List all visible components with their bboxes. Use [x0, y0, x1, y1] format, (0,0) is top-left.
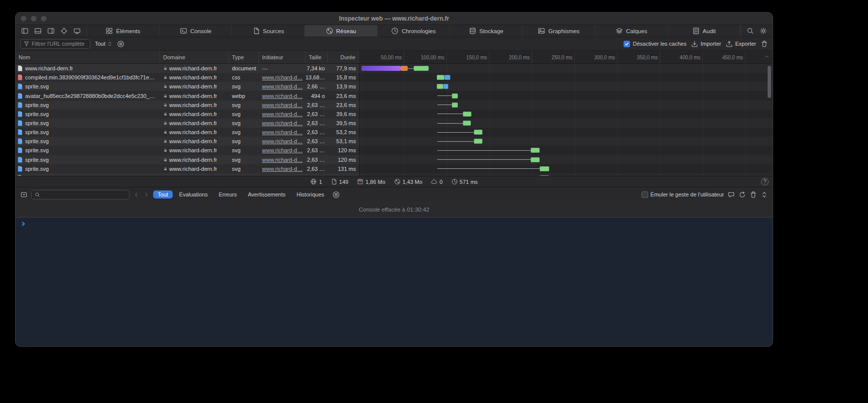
disable-caches-checkbox[interactable]: Désactiver les caches	[624, 41, 686, 47]
element-picker-icon[interactable]	[60, 27, 68, 35]
lock-icon	[163, 66, 168, 71]
url-filter-input[interactable]	[32, 41, 87, 47]
table-row[interactable]: www.richard-dern.frwww.richard-dern.frdo…	[16, 64, 773, 73]
resize-console-icon[interactable]	[761, 191, 768, 198]
table-row[interactable]: compiled.min.38390909f303624ed9e1cf1bd3f…	[16, 73, 773, 82]
table-row[interactable]: sprite.svgwww.richard-dern.frsvgwww.rich…	[16, 155, 773, 164]
console-filter-avertissements[interactable]: Avertissements	[243, 190, 290, 198]
column-header-domaine[interactable]: Domaine	[160, 51, 229, 63]
cell-size: 2,63 …	[306, 110, 328, 119]
table-row[interactable]: sprite.svgwww.richard-dern.frsvgwww.rich…	[16, 164, 773, 173]
help-button[interactable]: ?	[761, 178, 769, 185]
export-button[interactable]: Exporter	[725, 40, 756, 48]
import-button[interactable]: Importer	[691, 40, 721, 48]
cell-duration: 23,6 ms	[328, 100, 359, 110]
tab-elements[interactable]: Éléments	[87, 25, 160, 37]
console-filter-evaluations[interactable]: Évaluations	[175, 190, 212, 198]
tab-graphismes[interactable]: Graphismes	[523, 25, 595, 37]
console-prompt[interactable]	[16, 218, 773, 346]
initiator-link[interactable]: www.richard-d…	[262, 83, 303, 89]
tab-stockage[interactable]: Stockage	[450, 25, 523, 37]
cell-size: 2,63 …	[306, 164, 328, 173]
console-scope-icon[interactable]	[20, 191, 28, 198]
lock-icon	[163, 75, 168, 80]
table-header: Nom Domaine Type Initiateur Taille Durée…	[16, 51, 773, 64]
zoom-button[interactable]	[41, 16, 47, 22]
clear-network-items-icon[interactable]	[761, 40, 768, 48]
initiator-link[interactable]: www.richard-d…	[262, 102, 303, 108]
waterfall-green-bar	[437, 75, 444, 80]
timeline-header: 50,00 ms100,00 ms150,0 ms200,0 ms250,0 m…	[359, 51, 773, 63]
console-messages-icon[interactable]	[727, 191, 735, 198]
table-row[interactable]: sprite.svgwww.richard-dern.frsvgwww.rich…	[16, 100, 773, 110]
table-row[interactable]: avatar_hu85ecc3e298728880b0bde2dcc4e5c23…	[16, 91, 773, 100]
initiator-link[interactable]: www.richard-d…	[262, 147, 303, 153]
initiator-link[interactable]: www.richard-d…	[262, 157, 303, 163]
waterfall-options-icon[interactable]	[117, 40, 125, 48]
tab-reseau[interactable]: Réseau	[305, 25, 378, 37]
device-icon[interactable]	[73, 27, 81, 35]
initiator-link[interactable]: www.richard-d…	[262, 111, 303, 117]
search-icon[interactable]	[747, 27, 754, 35]
console-options-icon[interactable]	[332, 191, 340, 198]
tab-console[interactable]: Console	[160, 25, 232, 37]
reload-icon[interactable]	[738, 191, 746, 198]
table-row[interactable]: sprite.svgwww.richard-dern.frsvgwww.rich…	[16, 128, 773, 137]
row-columns: sprite.svgwww.richard-dern.frsvgwww.rich…	[16, 119, 359, 128]
tab-audit[interactable]: Audit	[668, 25, 740, 37]
initiator-link[interactable]: www.richard-d…	[262, 129, 303, 135]
row-columns: sprite.svgwww.richard-dern.frsvgwww.rich…	[16, 100, 359, 110]
row-columns: sprite.svgwww.richard-dern.frsvgwww.rich…	[16, 128, 359, 137]
main-toolbar: ÉlémentsConsoleSourcesRéseauChronologies…	[16, 25, 773, 37]
column-header-initiateur[interactable]: Initiateur	[259, 51, 306, 63]
tab-calques[interactable]: Calques	[595, 25, 668, 37]
column-header-taille[interactable]: Taille	[306, 51, 328, 63]
minimize-button[interactable]	[31, 16, 37, 22]
console-filter-historiques[interactable]: Historiques	[292, 190, 329, 198]
console-filter-tout[interactable]: Tout	[153, 190, 173, 198]
column-header-duree[interactable]: Durée	[328, 51, 359, 63]
cell-domain: www.richard-dern.fr	[160, 110, 229, 119]
waterfall-cell	[359, 91, 773, 100]
table-row[interactable]: sprite.svgwww.richard-dern.frsvgwww.rich…	[16, 137, 773, 146]
column-header-nom[interactable]: Nom	[16, 51, 160, 63]
initiator-link[interactable]: www.richard-d…	[262, 74, 303, 80]
initiator-link[interactable]: www.richard-d…	[262, 166, 303, 172]
clear-console-icon[interactable]	[750, 191, 757, 198]
network-filter-bar: Tout Désactiver les caches Importer Expo…	[16, 37, 773, 51]
chevron-up-icon[interactable]	[764, 53, 770, 60]
resources-icon	[331, 178, 337, 185]
cell-name: sprite.svg	[16, 82, 160, 91]
cell-type: svg	[229, 119, 259, 128]
console-search-field[interactable]	[31, 190, 130, 199]
cell-type: svg	[229, 146, 259, 155]
initiator-link[interactable]: www.richard-d…	[262, 138, 303, 144]
table-row[interactable]: sprite.svgwww.richard-dern.frsvgwww.rich…	[16, 119, 773, 128]
table-row[interactable]: sprite.svgwww.richard-dern.frsvgwww.rich…	[16, 146, 773, 155]
bottom-drawer-icon[interactable]	[34, 27, 42, 35]
scrollbar-thumb[interactable]	[768, 66, 771, 98]
url-filter-field[interactable]	[20, 39, 90, 49]
table-row[interactable]: sprite.svgwww.richard-dern.frsvgwww.rich…	[16, 110, 773, 119]
tab-chronologies[interactable]: Chronologies	[378, 25, 450, 37]
column-header-type[interactable]: Type	[229, 51, 259, 63]
left-sidebar-icon[interactable]	[21, 27, 29, 35]
right-sidebar-icon[interactable]	[47, 27, 55, 35]
resource-type-select[interactable]: Tout	[95, 41, 112, 47]
initiator-link[interactable]: www.richard-d…	[262, 120, 303, 126]
console-filter-erreurs[interactable]: Erreurs	[214, 190, 241, 198]
next-result-icon[interactable]	[143, 191, 150, 198]
emulate-user-gesture-checkbox[interactable]: Émuler le geste de l'utilisateur	[642, 191, 724, 198]
tab-sources[interactable]: Sources	[232, 25, 305, 37]
table-row[interactable]: sprite.svgwww.richard-dern.frsvgwww.rich…	[16, 82, 773, 91]
initiator-link[interactable]: www.richard-d…	[262, 93, 303, 99]
storage-icon	[469, 27, 476, 35]
previous-result-icon[interactable]	[133, 191, 140, 198]
console-search-input[interactable]	[42, 191, 126, 197]
close-button[interactable]	[21, 16, 27, 22]
gear-icon[interactable]	[760, 27, 767, 35]
cell-name: www.richard-dern.fr	[16, 64, 160, 73]
tab-label: Sources	[263, 28, 284, 34]
cell-domain: www.richard-dern.fr	[160, 137, 229, 146]
waterfall-green-bar	[452, 93, 458, 98]
